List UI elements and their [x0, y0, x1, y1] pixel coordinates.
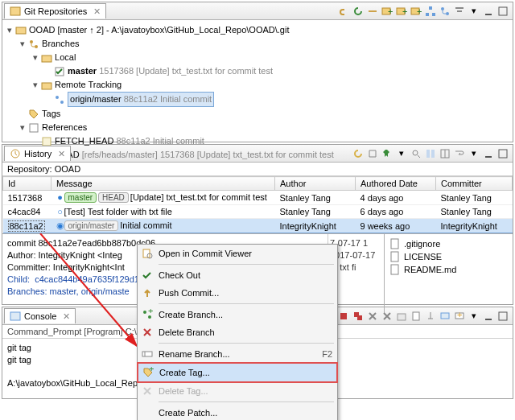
menu-create-patch[interactable]: Create Patch... [138, 404, 337, 420]
remove-all-icon[interactable] [381, 310, 393, 323]
list-item[interactable]: .gitignore [388, 237, 509, 250]
tree-remote-tracking[interactable]: ▾ Remote Tracking [4, 78, 511, 92]
menu-push-commit[interactable]: Push Commit... [138, 284, 337, 302]
minimize-icon[interactable] [482, 147, 495, 160]
menu-create-branch[interactable]: +Create Branch... [138, 306, 337, 323]
clone-repo-icon[interactable]: + [395, 5, 408, 18]
tree-tags[interactable]: Tags [4, 107, 511, 121]
menu-open-commit-viewer[interactable]: Open in Commit Viewer [138, 245, 337, 262]
context-menu: Open in Commit Viewer Check Out Push Com… [137, 244, 338, 420]
terminate-all-icon[interactable] [352, 310, 365, 323]
refresh-icon[interactable] [352, 5, 365, 18]
menu-delete-branch[interactable]: Delete Branch [138, 323, 337, 341]
col-date[interactable]: Authored Date [356, 177, 436, 191]
close-icon[interactable]: ✕ [93, 6, 101, 17]
minimize-icon[interactable] [482, 310, 495, 323]
maximize-icon[interactable] [496, 5, 509, 18]
svg-text:+: + [457, 311, 462, 319]
pin-icon[interactable] [381, 147, 393, 160]
table-row[interactable]: c4cac84 ○[Test] Test folder with txt fil… [3, 205, 513, 219]
svg-rect-14 [457, 10, 462, 12]
svg-text:+: + [388, 6, 393, 16]
minimize-icon[interactable] [482, 5, 495, 18]
checkout-icon [142, 270, 153, 281]
filter-icon[interactable]: ▾ [395, 147, 408, 160]
col-author[interactable]: Author [275, 177, 356, 191]
tab-history[interactable]: History ✕ [4, 146, 71, 161]
menu-icon[interactable]: ▾ [468, 5, 480, 18]
tree-remote-master[interactable]: origin/master 88c11a2 Initial commit [4, 92, 511, 107]
table-row[interactable]: 1517368 ●masterHEAD[Update] txt_test.txt… [3, 191, 513, 205]
svg-point-12 [446, 12, 449, 15]
svg-point-11 [441, 7, 444, 10]
close-icon[interactable]: ✕ [63, 311, 70, 322]
pin-console-icon[interactable] [424, 310, 437, 323]
svg-rect-8 [429, 6, 432, 10]
tree-references[interactable]: ▾ References [4, 121, 511, 134]
history-repo-label: Repository: OOAD [2, 163, 513, 176]
svg-rect-30 [426, 150, 430, 158]
table-row[interactable]: 88c11a2 ◉origin/masterInitial commit Int… [3, 219, 513, 233]
create-tag-icon: + [142, 367, 154, 378]
menu-check-out[interactable]: Check Out [138, 266, 337, 284]
link-editor-icon[interactable] [366, 147, 379, 160]
maximize-icon[interactable] [496, 310, 509, 323]
rename-icon [142, 348, 153, 360]
branch-checked-icon [54, 66, 65, 77]
svg-rect-31 [431, 150, 435, 158]
link-icon[interactable] [337, 5, 350, 18]
list-item[interactable]: README.md [388, 263, 509, 276]
svg-point-18 [30, 40, 33, 43]
tree-repo-root[interactable]: ▾ OOAD [master ↑ 2] - A:\javatoybox\GitH… [4, 23, 511, 37]
col-id[interactable]: Id [3, 177, 52, 191]
file-icon [389, 238, 401, 249]
svg-rect-1 [369, 10, 377, 12]
refresh-icon[interactable] [352, 147, 365, 160]
svg-rect-45 [441, 313, 449, 319]
list-item[interactable]: LICENSE [388, 250, 509, 263]
svg-rect-16 [499, 7, 507, 15]
tab-console[interactable]: Console ✕ [4, 308, 76, 323]
menu-create-tag[interactable]: +Create Tag... [138, 363, 337, 382]
maximize-icon[interactable] [496, 147, 509, 160]
svg-rect-35 [499, 150, 507, 158]
col-message[interactable]: Message [52, 177, 275, 191]
collapse-icon[interactable] [366, 5, 379, 18]
close-icon[interactable]: ✕ [58, 149, 65, 159]
hierarchy-icon[interactable] [424, 5, 437, 18]
find-icon[interactable] [410, 147, 422, 160]
terminate-icon[interactable] [337, 310, 350, 323]
svg-rect-17 [16, 27, 26, 34]
repo-icon [10, 6, 21, 17]
folder-icon [41, 52, 52, 64]
svg-rect-9 [426, 13, 429, 16]
svg-rect-49 [499, 312, 507, 320]
tab-git-repositories[interactable]: Git Repositories ✕ [4, 3, 106, 19]
menu-rename-branch[interactable]: Rename Branch...F2 [138, 345, 337, 363]
create-repo-icon[interactable]: + [410, 5, 422, 18]
svg-point-29 [413, 150, 418, 155]
svg-rect-37 [391, 252, 398, 261]
open-console-icon[interactable]: + [453, 310, 466, 323]
tree-local-master[interactable]: master master 1517368 [Update] txt_test.… [4, 64, 511, 78]
remove-icon[interactable] [366, 310, 379, 323]
tree-local[interactable]: ▾ Local [4, 51, 511, 64]
history-icon [10, 148, 21, 159]
display-icon[interactable] [439, 310, 451, 323]
tree-branches[interactable]: ▾ Branches [4, 37, 511, 51]
svg-point-54 [148, 315, 151, 319]
columns-icon[interactable] [439, 147, 451, 160]
scroll-lock-icon[interactable] [410, 310, 422, 323]
svg-text:+: + [402, 6, 407, 16]
branch-view-icon[interactable] [439, 5, 451, 18]
menu-icon[interactable]: ▾ [468, 310, 480, 323]
clear-icon[interactable] [395, 310, 408, 323]
add-repo-icon[interactable]: + [381, 5, 393, 18]
open-icon [142, 248, 153, 259]
svg-point-24 [60, 101, 64, 104]
wrap-icon[interactable] [453, 147, 466, 160]
menu-icon[interactable]: ▾ [468, 147, 480, 160]
filter-icon[interactable] [453, 5, 466, 18]
compare-icon[interactable] [424, 147, 437, 160]
col-committer[interactable]: Committer [436, 177, 513, 191]
